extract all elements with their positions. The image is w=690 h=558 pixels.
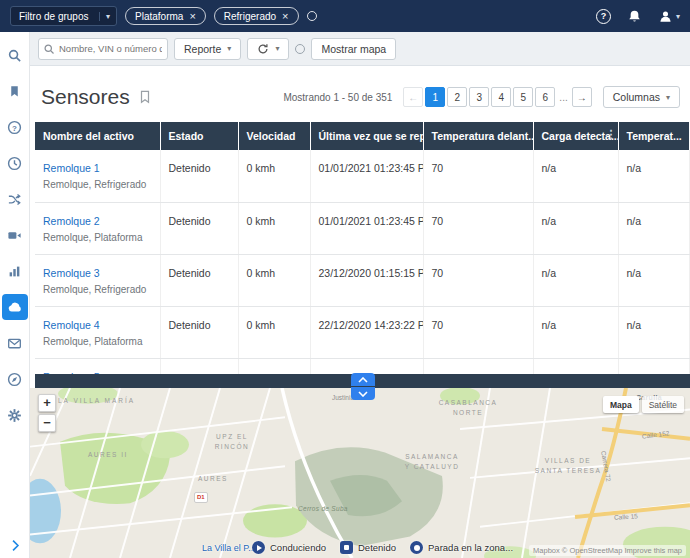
column-header-last-report[interactable]: Última vez que se repor... — [310, 122, 423, 150]
speed-cell: 0 kmh — [238, 306, 310, 358]
notifications-bell-icon[interactable] — [627, 9, 642, 24]
app-window: Filtro de grupos ▾ Plataforma × Refriger… — [0, 0, 690, 558]
search-icon — [43, 43, 55, 55]
chip-label: Refrigerado — [224, 11, 276, 22]
map-view-button[interactable]: Mapa — [603, 396, 639, 413]
page-button-6[interactable]: 6 — [535, 87, 555, 107]
zoom-out-button[interactable]: − — [38, 414, 56, 432]
table-row[interactable]: Remolque 1Remolque, Refrigerado Detenido… — [35, 150, 690, 202]
filter-chip-refrigerado[interactable]: Refrigerado × — [214, 7, 299, 25]
temp-rear-cell: n/a — [618, 202, 690, 254]
expand-table-button[interactable] — [351, 373, 375, 386]
temp-rear-cell: n/a — [618, 150, 690, 202]
column-header-status[interactable]: Estado — [160, 122, 238, 150]
table-row[interactable]: Remolque 5 — [35, 358, 690, 374]
asset-type-label: Remolque, Refrigerado — [43, 284, 152, 295]
refresh-spinner-icon — [295, 44, 305, 54]
column-menu-icon[interactable]: ⋮ — [606, 128, 617, 141]
refresh-button[interactable]: ▾ — [247, 38, 289, 60]
table-row[interactable]: Remolque 4Remolque, Plataforma Detenido … — [35, 306, 690, 358]
status-cell: Detenido — [160, 202, 238, 254]
asset-name-link[interactable]: Remolque 2 — [43, 215, 100, 227]
page-ellipsis: ... — [559, 92, 567, 103]
legend-item-driving: Conduciendo — [252, 541, 326, 554]
topbar: Filtro de grupos ▾ Plataforma × Refriger… — [0, 0, 690, 32]
sensors-cloud-icon[interactable] — [2, 294, 28, 320]
asset-type-label: Remolque, Refrigerado — [43, 179, 152, 190]
map-attribution[interactable]: Mapbox © OpenStreetMap Improve this map — [529, 545, 686, 556]
last-report-cell: 01/01/2021 01:23:45 PM — [310, 202, 423, 254]
chevron-up-icon — [358, 377, 368, 383]
user-menu-button[interactable]: ▾ — [658, 9, 680, 24]
compass-icon[interactable] — [2, 366, 28, 392]
gear-icon[interactable] — [2, 402, 28, 428]
group-filter-dropdown[interactable]: Filtro de grupos ▾ — [10, 6, 117, 26]
table-row[interactable]: Remolque 3Remolque, Refrigerado Detenido… — [35, 254, 690, 306]
page-button-2[interactable]: 2 — [447, 87, 467, 107]
temp-rear-cell: n/a — [618, 306, 690, 358]
topbar-actions: ? ▾ — [596, 9, 680, 24]
driving-status-icon — [252, 541, 265, 554]
zoom-in-button[interactable]: + — [38, 394, 56, 412]
page-button-5[interactable]: 5 — [513, 87, 533, 107]
stopped-status-icon — [340, 541, 353, 554]
routes-shuffle-icon[interactable] — [2, 186, 28, 212]
close-icon[interactable]: × — [282, 10, 288, 22]
prev-page-button[interactable]: ← — [403, 87, 423, 107]
next-page-button[interactable]: → — [572, 87, 592, 107]
table-map-splitter[interactable] — [35, 374, 690, 388]
loading-spinner-icon — [307, 11, 317, 21]
help-icon[interactable]: ? — [596, 9, 611, 24]
chevron-right-icon — [9, 539, 22, 552]
close-icon[interactable]: × — [189, 10, 195, 22]
bookmark-icon[interactable] — [2, 78, 28, 104]
speed-cell: 0 kmh — [238, 150, 310, 202]
legend-item-stopped: Detenido — [340, 541, 396, 554]
temp-front-cell: 70 — [423, 202, 533, 254]
status-cell: Detenido — [160, 254, 238, 306]
chevron-down-icon: ▾ — [227, 44, 231, 53]
show-map-button[interactable]: Mostrar mapa — [311, 38, 396, 60]
content: Sensores Mostrando 1 - 50 de 351 ← 1 2 3… — [30, 66, 690, 374]
column-header-temp-front[interactable]: Temperatura delant... — [423, 122, 533, 150]
search-icon[interactable] — [2, 42, 28, 68]
column-header-name[interactable]: Nombre del activo — [35, 122, 160, 150]
column-header-speed[interactable]: Velocidad — [238, 122, 310, 150]
bar-chart-icon[interactable] — [2, 258, 28, 284]
column-header-temp-rear[interactable]: Temperat... — [618, 122, 690, 150]
expand-sidebar-button[interactable] — [0, 539, 30, 552]
collapse-table-button[interactable] — [351, 387, 375, 400]
help-circle-icon[interactable]: ? — [2, 114, 28, 140]
asset-name-link[interactable]: Remolque 3 — [43, 267, 100, 279]
load-cell: n/a — [533, 254, 618, 306]
load-cell — [533, 358, 618, 374]
page-button-1[interactable]: 1 — [425, 87, 445, 107]
map-canvas[interactable]: LA VILLA MARÍA Justiniana CASABLANCA NOR… — [30, 388, 690, 558]
zone-stop-pin-icon — [410, 541, 423, 554]
chip-label: Plataforma — [135, 11, 183, 22]
search-input[interactable] — [38, 38, 168, 60]
column-header-load[interactable]: Carga detecta...⋮ — [533, 122, 618, 150]
columns-button[interactable]: Columnas ▾ — [603, 86, 680, 108]
satellite-view-button[interactable]: Satélite — [642, 396, 684, 413]
pagination: Mostrando 1 - 50 de 351 ← 1 2 3 4 5 6 ..… — [283, 86, 680, 108]
table-row[interactable]: Remolque 2Remolque, Plataforma Detenido … — [35, 202, 690, 254]
temp-front-cell: 70 — [423, 150, 533, 202]
temp-front-cell: 70 — [423, 306, 533, 358]
showing-text: Mostrando 1 - 50 de 351 — [283, 92, 392, 103]
mail-envelope-icon[interactable] — [2, 330, 28, 356]
page-button-4[interactable]: 4 — [491, 87, 511, 107]
asset-name-link[interactable]: Remolque 1 — [43, 162, 100, 174]
filter-chip-plataforma[interactable]: Plataforma × — [125, 7, 206, 25]
page-button-3[interactable]: 3 — [469, 87, 489, 107]
map-tiles — [30, 388, 690, 558]
search-box — [38, 38, 168, 60]
user-icon — [658, 9, 673, 24]
bookmark-page-icon[interactable] — [138, 90, 152, 104]
speed-cell — [238, 358, 310, 374]
chevron-down-icon[interactable]: ▾ — [99, 12, 116, 21]
report-button[interactable]: Reporte ▾ — [174, 38, 241, 60]
asset-name-link[interactable]: Remolque 4 — [43, 319, 100, 331]
video-camera-icon[interactable] — [2, 222, 28, 248]
history-clock-icon[interactable] — [2, 150, 28, 176]
